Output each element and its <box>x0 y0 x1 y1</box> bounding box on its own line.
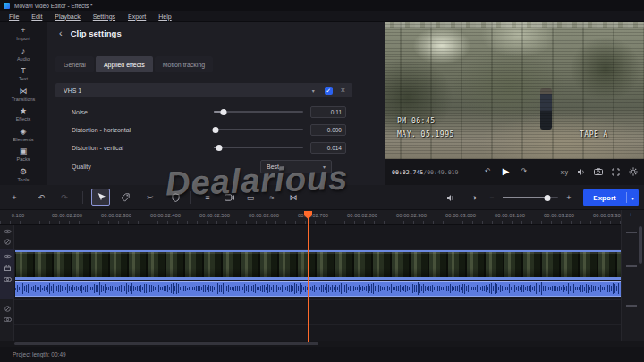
ruler-label: 00:00:02.600 <box>249 213 279 218</box>
distortion-horizontal-value-field[interactable]: 0.000 <box>310 124 346 136</box>
lower-track-mute-icon[interactable] <box>0 306 14 312</box>
playhead-line[interactable] <box>308 218 309 342</box>
track-resize-handle[interactable] <box>626 265 637 267</box>
tab-motion-tracking[interactable]: Motion tracking <box>155 56 213 72</box>
fullscreen-icon[interactable] <box>612 168 620 176</box>
export-label: Export <box>583 194 626 202</box>
import-icon: + <box>21 27 25 35</box>
effect-header-row[interactable]: VHS 1 ▾ ✓ × <box>55 83 352 97</box>
menu-help[interactable]: Help <box>152 13 177 20</box>
sidebar-item-text[interactable]: T Text <box>0 64 47 85</box>
export-chevron-icon[interactable]: ▾ <box>627 195 639 201</box>
tag-icon <box>121 193 130 202</box>
distortion-vertical-slider[interactable] <box>214 147 303 148</box>
sidebar-item-elements[interactable]: ◈ Elements <box>0 125 47 146</box>
menu-settings[interactable]: Settings <box>87 13 122 20</box>
marker-tool-button[interactable] <box>118 191 132 204</box>
transition-button[interactable]: ⋈ <box>286 191 301 204</box>
param-row-distortion-vertical: Distortion - vertical 0.014 <box>55 139 352 156</box>
menu-playback[interactable]: Playback <box>48 13 86 20</box>
track-visibility-eye-icon[interactable] <box>0 229 14 234</box>
motion-button[interactable]: ≈ <box>265 191 279 204</box>
volume-icon[interactable] <box>577 168 585 176</box>
chevron-down-icon[interactable]: ▾ <box>312 88 315 94</box>
preview-settings-gear-icon[interactable] <box>629 167 638 176</box>
menu-export[interactable]: Export <box>122 13 152 20</box>
zoom-in-button[interactable]: + <box>562 191 576 204</box>
sidebar-label: Packs <box>17 156 30 162</box>
aspect-ratio-button[interactable]: x:y <box>561 169 568 175</box>
vertical-scrollbar[interactable] <box>639 226 642 264</box>
redo-button[interactable]: ↷ <box>57 191 72 204</box>
sidebar-item-effects[interactable]: ★ Effects <box>0 105 47 125</box>
distortion-horizontal-slider[interactable] <box>214 129 303 130</box>
shield-icon <box>172 193 180 202</box>
track-add-icon[interactable]: + <box>622 212 640 218</box>
tab-applied-effects[interactable]: Applied effects <box>96 56 153 72</box>
horizontal-scrollbar-thumb[interactable] <box>14 342 318 345</box>
menu-edit[interactable]: Edit <box>25 13 48 20</box>
osd-tape: TAPE A <box>580 130 608 139</box>
distortion-vertical-value-field[interactable]: 0.014 <box>310 142 346 154</box>
track-divider <box>14 299 621 300</box>
sidebar-item-tools[interactable]: ⚙ Tools <box>0 165 47 186</box>
undo-button[interactable]: ↶ <box>34 191 48 204</box>
sidebar-label: Transitions <box>12 97 36 102</box>
sidebar-item-packs[interactable]: ▣ Packs <box>0 145 47 165</box>
select-tool-button[interactable] <box>91 189 110 206</box>
snapshot-icon[interactable] <box>594 168 603 175</box>
sidebar-item-transitions[interactable]: ⋈ Transitions <box>0 85 47 105</box>
remove-effect-icon[interactable]: × <box>341 86 345 95</box>
playback-buttons: ↶ ▶ ↷ <box>485 166 527 177</box>
previous-frame-button[interactable]: ↶ <box>485 166 491 177</box>
sidebar-item-audio[interactable]: ♪ Audio <box>0 45 47 65</box>
quality-dropdown[interactable]: Best ▾ <box>260 160 332 173</box>
back-icon[interactable]: ‹ <box>59 29 63 38</box>
track-resize-handle[interactable] <box>626 305 637 307</box>
video-track-link-icon[interactable] <box>0 277 14 282</box>
ruler-label: 00:00:03.300 <box>593 213 621 218</box>
zoom-slider-knob[interactable] <box>545 195 551 201</box>
zoom-out-button[interactable]: − <box>485 191 499 204</box>
audio-clip[interactable] <box>15 281 621 297</box>
record-button[interactable] <box>222 191 236 204</box>
horizontal-scrollbar[interactable] <box>0 341 644 347</box>
ruler-label: 00:00:02.900 <box>396 213 427 218</box>
protect-tool-button[interactable] <box>168 191 182 204</box>
track-resize-handle[interactable] <box>626 232 637 233</box>
video-preview[interactable]: PM 06:45 MAY. 05.1995 TAPE A <box>385 22 644 159</box>
timeline-zoom-slider[interactable] <box>503 197 558 198</box>
param-row-noise: Noise 0.11 <box>55 103 352 121</box>
add-files-button[interactable]: + <box>7 191 21 204</box>
audio-mute-button[interactable] <box>444 191 458 204</box>
slider-knob[interactable] <box>213 127 219 133</box>
slider-knob[interactable] <box>221 109 227 115</box>
next-frame-button[interactable]: ↷ <box>521 166 527 177</box>
markers-button[interactable]: ≡ <box>200 191 215 204</box>
sidebar-item-import[interactable]: + Import <box>0 24 47 45</box>
lower-track-link-icon[interactable] <box>0 317 14 322</box>
ruler-label: 00:00:03.200 <box>544 213 574 218</box>
menu-file[interactable]: File <box>3 13 25 20</box>
effect-enabled-checkbox[interactable]: ✓ <box>325 87 333 95</box>
video-track-lock-icon[interactable] <box>0 265 14 271</box>
track-mute-icon[interactable] <box>0 239 14 245</box>
noise-slider[interactable] <box>214 111 303 113</box>
tool-sidebar: + Import ♪ Audio T Text ⋈ Transitions ★ … <box>0 22 47 185</box>
tab-general[interactable]: General <box>55 56 94 72</box>
app-logo-icon <box>4 3 10 9</box>
play-button[interactable]: ▶ <box>503 166 510 177</box>
sidebar-label: Elements <box>13 137 34 142</box>
slider-knob[interactable] <box>216 145 223 151</box>
split-tool-button[interactable]: ✂ <box>143 191 157 204</box>
video-clip[interactable] <box>15 250 621 280</box>
video-track-eye-icon[interactable] <box>0 254 14 259</box>
timecode-total: /00:49.019 <box>423 169 458 176</box>
quality-row: Quality Best ▾ <box>55 158 352 174</box>
color-adjust-button[interactable]: ◑ <box>467 191 481 204</box>
export-button[interactable]: Export ▾ <box>583 189 639 206</box>
noise-value-field[interactable]: 0.11 <box>310 106 346 118</box>
ruler-ticks <box>0 221 621 224</box>
crop-button[interactable]: ▭ <box>243 191 258 204</box>
preview-right-controls: x:y <box>561 167 638 176</box>
